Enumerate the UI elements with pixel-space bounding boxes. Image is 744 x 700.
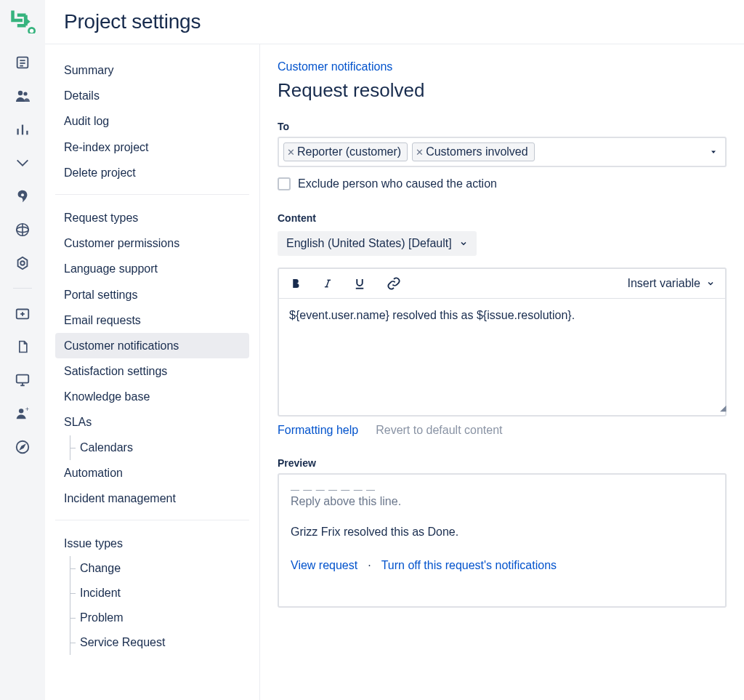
italic-button[interactable] — [323, 276, 333, 291]
settings-sidebar: SummaryDetailsAudit logRe-index projectD… — [45, 44, 260, 700]
exclude-label: Exclude person who caused the action — [298, 177, 497, 190]
svg-text:+: + — [25, 406, 29, 413]
queues-icon[interactable] — [14, 54, 31, 71]
sidebar-item-customer-notifications[interactable]: Customer notifications — [55, 333, 249, 358]
compass-icon[interactable] — [14, 438, 31, 456]
chip-label: Reporter (customer) — [297, 145, 401, 158]
sidebar-item-automation[interactable]: Automation — [55, 460, 249, 486]
svg-marker-28 — [711, 151, 716, 154]
sidebar-item-slas[interactable]: SLAs — [55, 409, 249, 435]
app-logo[interactable] — [9, 7, 36, 33]
svg-point-17 — [20, 261, 25, 265]
page-header: Project settings — [45, 0, 744, 44]
action-separator: · — [368, 559, 371, 572]
reports-icon[interactable] — [14, 121, 31, 138]
turn-off-notifications-link[interactable]: Turn off this request's notifications — [381, 559, 557, 572]
settings-gear-icon[interactable] — [14, 254, 31, 272]
underline-button[interactable] — [353, 276, 366, 291]
content-editor: Insert variable ${event.user.name} resol… — [278, 267, 727, 417]
svg-point-2 — [30, 29, 33, 33]
preview-separator: — — — — — — — — [291, 485, 713, 495]
language-select-value: English (United States) [Default] — [286, 237, 452, 250]
preview-box: — — — — — — — Reply above this line. Gri… — [278, 473, 727, 608]
sidebar-item-request-types[interactable]: Request types — [55, 205, 249, 230]
preview-label: Preview — [278, 457, 727, 469]
sidebar-item-satisfaction-settings[interactable]: Satisfaction settings — [55, 358, 249, 384]
preview-hint: Reply above this line. — [291, 495, 713, 508]
chip-label: Customers involved — [426, 145, 528, 158]
sidebar-item-issue-types[interactable]: Issue types — [55, 531, 249, 556]
sidebar-item-email-requests[interactable]: Email requests — [55, 307, 249, 333]
sidebar-item-portal-settings[interactable]: Portal settings — [55, 282, 249, 307]
svg-point-24 — [19, 409, 23, 413]
sidebar-item-details[interactable]: Details — [55, 83, 249, 108]
view-request-link[interactable]: View request — [291, 559, 357, 572]
bold-button[interactable] — [289, 276, 302, 291]
sidebar-subitem-calendars[interactable]: Calendars — [70, 435, 249, 460]
resize-handle-icon[interactable]: ◢ — [720, 403, 723, 413]
recent-icon[interactable] — [14, 154, 31, 172]
breadcrumb-link[interactable]: Customer notifications — [278, 60, 727, 73]
customers-icon[interactable] — [14, 87, 31, 105]
language-select[interactable]: English (United States) [Default] — [278, 231, 477, 256]
sidebar-item-knowledge-base[interactable]: Knowledge base — [55, 384, 249, 409]
to-label: To — [278, 121, 727, 132]
editor-content: ${event.user.name} resolved this as ${is… — [289, 309, 575, 321]
insert-variable-label: Insert variable — [628, 277, 701, 290]
add-shortcut-icon[interactable] — [14, 305, 31, 322]
recipient-chip: ✕Reporter (customer) — [283, 142, 408, 161]
svg-point-12 — [21, 193, 24, 196]
chevron-down-icon — [706, 279, 715, 288]
sidebar-item-incident-management[interactable]: Incident management — [55, 486, 249, 511]
svg-marker-16 — [18, 257, 28, 270]
chip-remove-icon[interactable]: ✕ — [416, 147, 424, 158]
svg-point-8 — [23, 92, 27, 95]
editor-toolbar: Insert variable — [279, 269, 725, 299]
svg-line-31 — [326, 280, 329, 286]
sidebar-item-delete-project[interactable]: Delete project — [55, 160, 249, 185]
pane-title: Request resolved — [278, 79, 727, 102]
sidebar-item-summary[interactable]: Summary — [55, 57, 249, 83]
revert-content-link[interactable]: Revert to default content — [376, 424, 502, 437]
svg-marker-27 — [20, 445, 25, 449]
sidebar-subitem-problem[interactable]: Problem — [70, 606, 249, 630]
sidebar-subitem-change[interactable]: Change — [70, 556, 249, 581]
page-icon[interactable] — [14, 338, 31, 355]
svg-point-7 — [18, 91, 23, 95]
sidebar-item-customer-permissions[interactable]: Customer permissions — [55, 230, 249, 256]
editor-textarea[interactable]: ${event.user.name} resolved this as ${is… — [279, 299, 725, 415]
global-icon-sidebar: + — [0, 0, 45, 700]
page-title: Project settings — [64, 10, 725, 33]
to-field[interactable]: ✕Reporter (customer)✕Customers involved — [278, 137, 727, 167]
link-button[interactable] — [387, 276, 401, 291]
monitor-icon[interactable] — [14, 371, 31, 389]
chip-remove-icon[interactable]: ✕ — [287, 147, 295, 158]
content-pane: Customer notifications Request resolved … — [260, 44, 744, 700]
sidebar-item-re-index-project[interactable]: Re-index project — [55, 134, 249, 160]
exclude-checkbox[interactable] — [278, 177, 291, 190]
sidebar-subitem-service-request[interactable]: Service Request — [70, 630, 249, 655]
recipient-chip: ✕Customers involved — [412, 142, 535, 161]
chevron-down-icon — [459, 239, 468, 248]
svg-rect-21 — [17, 375, 29, 383]
knowledge-base-icon[interactable] — [14, 221, 31, 238]
raise-request-icon[interactable] — [14, 188, 31, 205]
sidebar-subitem-incident[interactable]: Incident — [70, 581, 249, 606]
sidebar-item-audit-log[interactable]: Audit log — [55, 108, 249, 134]
content-label: Content — [278, 212, 727, 224]
sidebar-item-language-support[interactable]: Language support — [55, 256, 249, 281]
add-person-icon[interactable]: + — [14, 405, 31, 422]
preview-body-text: Grizz Frix resolved this as Done. — [291, 526, 713, 539]
formatting-help-link[interactable]: Formatting help — [278, 424, 358, 437]
iconbar-divider — [13, 288, 32, 289]
to-field-dropdown-icon[interactable] — [709, 148, 718, 156]
insert-variable-dropdown[interactable]: Insert variable — [628, 277, 716, 290]
